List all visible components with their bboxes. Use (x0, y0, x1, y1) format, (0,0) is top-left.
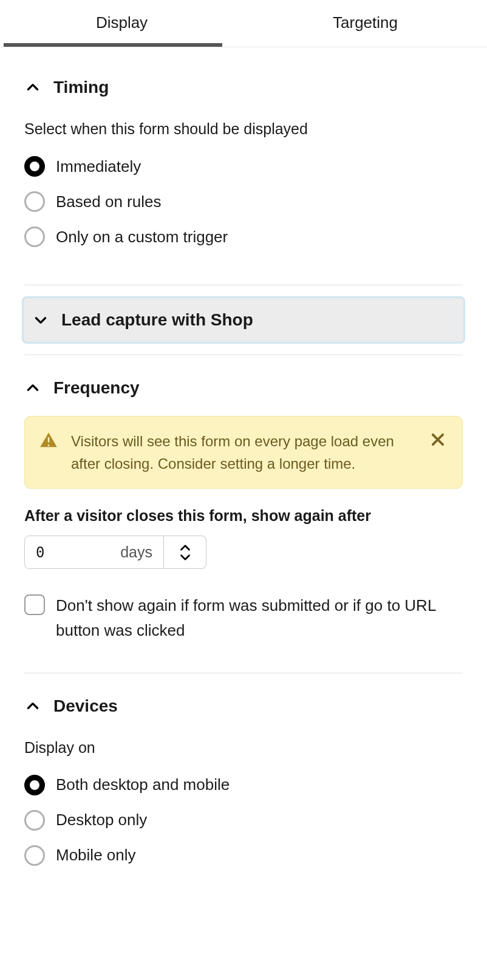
radio-based-on-rules[interactable]: Based on rules (24, 184, 463, 219)
section-title: Lead capture with Shop (61, 310, 253, 330)
tabs: Display Targeting (0, 0, 487, 47)
panel: Timing Select when this form should be d… (0, 47, 487, 891)
section-header-frequency[interactable]: Frequency (24, 372, 463, 404)
radio-icon (24, 845, 45, 866)
frequency-warning-alert: Visitors will see this form on every pag… (24, 416, 463, 489)
chevron-up-icon (177, 543, 193, 552)
radio-label: Based on rules (56, 192, 161, 211)
chevron-up-icon (24, 79, 41, 96)
radio-mobile-only[interactable]: Mobile only (24, 838, 463, 873)
tab-targeting[interactable]: Targeting (244, 0, 487, 47)
radio-label: Mobile only (56, 846, 136, 865)
section-timing: Timing Select when this form should be d… (24, 47, 463, 285)
section-frequency: Frequency Visitors will see this form on… (24, 355, 463, 673)
frequency-number-input: 0 days (24, 536, 463, 569)
radio-custom-trigger[interactable]: Only on a custom trigger (24, 219, 463, 254)
checkbox[interactable] (24, 594, 45, 615)
timing-radio-group: Immediately Based on rules Only on a cus… (24, 149, 463, 254)
tab-display[interactable]: Display (0, 0, 244, 47)
checkbox-label: Don't show again if form was submitted o… (56, 593, 463, 642)
chevron-down-icon (32, 311, 49, 328)
radio-icon (24, 191, 45, 212)
section-header-timing[interactable]: Timing (24, 72, 463, 103)
section-title: Timing (53, 78, 109, 97)
radio-icon (24, 775, 45, 795)
radio-icon (24, 810, 45, 831)
radio-icon (24, 226, 45, 247)
section-title: Frequency (53, 378, 140, 398)
devices-subtitle: Display on (24, 739, 463, 757)
radio-icon (24, 156, 45, 177)
chevron-up-icon (24, 379, 41, 396)
frequency-after-label: After a visitor closes this form, show a… (24, 507, 463, 525)
timing-subtitle: Select when this form should be displaye… (24, 120, 463, 138)
days-unit: days (120, 543, 152, 561)
radio-label: Desktop only (56, 811, 147, 829)
radio-both[interactable]: Both desktop and mobile (24, 767, 463, 803)
radio-label: Only on a custom trigger (56, 228, 228, 247)
dont-show-again-row[interactable]: Don't show again if form was submitted o… (24, 593, 463, 642)
radio-immediately[interactable]: Immediately (24, 149, 463, 184)
close-icon[interactable] (429, 431, 448, 449)
warning-text: Visitors will see this form on every pag… (71, 430, 416, 475)
section-header-lead-capture[interactable]: Lead capture with Shop (22, 296, 465, 344)
quantity-stepper[interactable] (164, 536, 206, 569)
days-value: 0 (36, 544, 44, 561)
chevron-up-icon (24, 698, 41, 715)
radio-label: Both desktop and mobile (56, 775, 230, 794)
section-devices: Devices Display on Both desktop and mobi… (24, 673, 463, 891)
warning-icon (39, 431, 58, 449)
chevron-down-icon (177, 553, 193, 562)
section-header-devices[interactable]: Devices (24, 690, 463, 722)
radio-desktop-only[interactable]: Desktop only (24, 803, 463, 838)
divider (24, 285, 463, 285)
radio-label: Immediately (56, 157, 141, 176)
days-input[interactable]: 0 days (24, 536, 164, 569)
section-title: Devices (53, 696, 118, 716)
devices-radio-group: Both desktop and mobile Desktop only Mob… (24, 767, 463, 873)
